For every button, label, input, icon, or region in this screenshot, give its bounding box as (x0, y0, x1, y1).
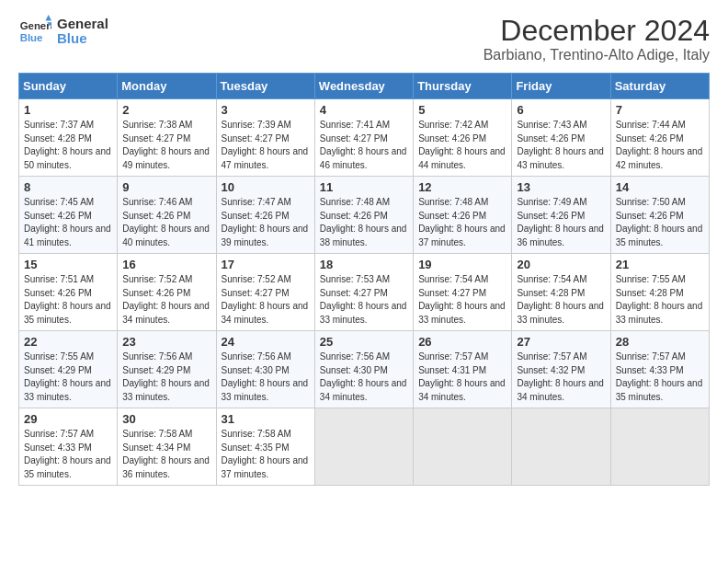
logo-general: General (57, 17, 108, 32)
table-row: 15 Sunrise: 7:51 AMSunset: 4:26 PMDaylig… (19, 254, 710, 331)
day-cell: 3 Sunrise: 7:39 AMSunset: 4:27 PMDayligh… (216, 99, 314, 177)
col-tuesday: Tuesday (216, 74, 314, 99)
day-cell: 5 Sunrise: 7:42 AMSunset: 4:26 PMDayligh… (414, 99, 512, 177)
day-number: 26 (418, 335, 506, 349)
day-cell: 25 Sunrise: 7:56 AMSunset: 4:30 PMDaylig… (314, 331, 413, 408)
svg-text:Blue: Blue (20, 32, 43, 43)
day-cell: 30 Sunrise: 7:58 AMSunset: 4:34 PMDaylig… (118, 408, 216, 486)
day-number: 5 (418, 103, 506, 117)
day-cell: 31 Sunrise: 7:58 AMSunset: 4:35 PMDaylig… (216, 408, 314, 486)
month-title: December 2024 (483, 15, 710, 47)
day-cell: 12 Sunrise: 7:48 AMSunset: 4:26 PMDaylig… (414, 177, 512, 254)
day-number: 27 (517, 335, 605, 349)
svg-text:General: General (20, 20, 51, 31)
day-info: Sunrise: 7:56 AMSunset: 4:30 PMDaylight:… (320, 350, 408, 404)
day-cell: 6 Sunrise: 7:43 AMSunset: 4:26 PMDayligh… (512, 99, 610, 177)
day-cell: 7 Sunrise: 7:44 AMSunset: 4:26 PMDayligh… (610, 99, 709, 177)
table-row: 29 Sunrise: 7:57 AMSunset: 4:33 PMDaylig… (19, 408, 710, 486)
day-cell: 10 Sunrise: 7:47 AMSunset: 4:26 PMDaylig… (216, 177, 314, 254)
day-number: 20 (517, 258, 605, 271)
day-info: Sunrise: 7:58 AMSunset: 4:35 PMDaylight:… (222, 428, 310, 481)
day-number: 7 (616, 103, 704, 117)
day-info: Sunrise: 7:50 AMSunset: 4:26 PMDaylight:… (616, 196, 704, 249)
day-cell: 22 Sunrise: 7:55 AMSunset: 4:29 PMDaylig… (19, 331, 118, 408)
day-number: 6 (517, 103, 605, 117)
day-number: 28 (616, 335, 704, 349)
day-number: 1 (24, 103, 112, 117)
col-saturday: Saturday (610, 74, 709, 99)
page: General Blue General Blue December 2024 … (0, 0, 728, 500)
day-info: Sunrise: 7:45 AMSunset: 4:26 PMDaylight:… (24, 196, 112, 249)
day-info: Sunrise: 7:57 AMSunset: 4:31 PMDaylight:… (418, 350, 506, 404)
day-cell: 20 Sunrise: 7:54 AMSunset: 4:28 PMDaylig… (512, 254, 610, 331)
day-cell: 15 Sunrise: 7:51 AMSunset: 4:26 PMDaylig… (19, 254, 118, 331)
day-number: 23 (122, 335, 210, 349)
day-cell: 2 Sunrise: 7:38 AMSunset: 4:27 PMDayligh… (118, 99, 216, 177)
day-number: 19 (418, 258, 506, 271)
day-info: Sunrise: 7:55 AMSunset: 4:29 PMDaylight:… (24, 350, 112, 404)
day-cell: 24 Sunrise: 7:56 AMSunset: 4:30 PMDaylig… (216, 331, 314, 408)
day-cell: 29 Sunrise: 7:57 AMSunset: 4:33 PMDaylig… (19, 408, 118, 486)
day-number: 12 (418, 180, 506, 194)
day-info: Sunrise: 7:56 AMSunset: 4:30 PMDaylight:… (222, 350, 310, 404)
day-number: 30 (122, 412, 210, 426)
day-info: Sunrise: 7:37 AMSunset: 4:28 PMDaylight:… (24, 119, 112, 172)
day-info: Sunrise: 7:48 AMSunset: 4:26 PMDaylight:… (320, 196, 408, 249)
location-title: Barbiano, Trentino-Alto Adige, Italy (483, 47, 710, 63)
day-cell: 26 Sunrise: 7:57 AMSunset: 4:31 PMDaylig… (414, 331, 512, 408)
day-number: 13 (517, 180, 605, 194)
day-cell: 11 Sunrise: 7:48 AMSunset: 4:26 PMDaylig… (314, 177, 413, 254)
day-number: 2 (122, 103, 210, 117)
day-number: 25 (320, 335, 408, 349)
day-info: Sunrise: 7:43 AMSunset: 4:26 PMDaylight:… (517, 119, 605, 172)
day-number: 31 (222, 412, 310, 426)
day-number: 11 (320, 180, 408, 194)
logo: General Blue General Blue (18, 15, 108, 48)
day-info: Sunrise: 7:54 AMSunset: 4:28 PMDaylight:… (517, 273, 605, 327)
title-block: December 2024 Barbiano, Trentino-Alto Ad… (483, 15, 710, 63)
day-info: Sunrise: 7:55 AMSunset: 4:28 PMDaylight:… (616, 273, 704, 327)
day-info: Sunrise: 7:57 AMSunset: 4:32 PMDaylight:… (517, 350, 605, 404)
day-cell-empty (512, 408, 610, 486)
day-info: Sunrise: 7:57 AMSunset: 4:33 PMDaylight:… (24, 428, 112, 481)
day-number: 17 (222, 258, 310, 271)
col-thursday: Thursday (414, 74, 512, 99)
day-info: Sunrise: 7:58 AMSunset: 4:34 PMDaylight:… (122, 428, 210, 481)
day-cell: 8 Sunrise: 7:45 AMSunset: 4:26 PMDayligh… (19, 177, 118, 254)
day-info: Sunrise: 7:39 AMSunset: 4:27 PMDaylight:… (222, 119, 310, 172)
day-info: Sunrise: 7:44 AMSunset: 4:26 PMDaylight:… (616, 119, 704, 172)
day-cell-empty (414, 408, 512, 486)
day-cell: 4 Sunrise: 7:41 AMSunset: 4:27 PMDayligh… (314, 99, 413, 177)
table-row: 1 Sunrise: 7:37 AMSunset: 4:28 PMDayligh… (19, 99, 710, 177)
day-cell: 18 Sunrise: 7:53 AMSunset: 4:27 PMDaylig… (314, 254, 413, 331)
day-number: 24 (222, 335, 310, 349)
table-row: 22 Sunrise: 7:55 AMSunset: 4:29 PMDaylig… (19, 331, 710, 408)
day-info: Sunrise: 7:41 AMSunset: 4:27 PMDaylight:… (320, 119, 408, 172)
day-info: Sunrise: 7:52 AMSunset: 4:26 PMDaylight:… (122, 273, 210, 327)
day-cell: 27 Sunrise: 7:57 AMSunset: 4:32 PMDaylig… (512, 331, 610, 408)
day-number: 14 (616, 180, 704, 194)
day-number: 18 (320, 258, 408, 271)
day-number: 10 (222, 180, 310, 194)
day-cell: 13 Sunrise: 7:49 AMSunset: 4:26 PMDaylig… (512, 177, 610, 254)
day-info: Sunrise: 7:47 AMSunset: 4:26 PMDaylight:… (222, 196, 310, 249)
day-cell: 19 Sunrise: 7:54 AMSunset: 4:27 PMDaylig… (414, 254, 512, 331)
day-number: 8 (24, 180, 112, 194)
col-sunday: Sunday (19, 74, 118, 99)
day-number: 22 (24, 335, 112, 349)
day-info: Sunrise: 7:49 AMSunset: 4:26 PMDaylight:… (517, 196, 605, 249)
day-info: Sunrise: 7:52 AMSunset: 4:27 PMDaylight:… (222, 273, 310, 327)
day-cell: 21 Sunrise: 7:55 AMSunset: 4:28 PMDaylig… (610, 254, 709, 331)
day-cell-empty (314, 408, 413, 486)
day-cell: 16 Sunrise: 7:52 AMSunset: 4:26 PMDaylig… (118, 254, 216, 331)
day-info: Sunrise: 7:46 AMSunset: 4:26 PMDaylight:… (122, 196, 210, 249)
day-cell: 14 Sunrise: 7:50 AMSunset: 4:26 PMDaylig… (610, 177, 709, 254)
calendar-header-row: Sunday Monday Tuesday Wednesday Thursday… (19, 74, 710, 99)
day-info: Sunrise: 7:53 AMSunset: 4:27 PMDaylight:… (320, 273, 408, 327)
day-info: Sunrise: 7:57 AMSunset: 4:33 PMDaylight:… (616, 350, 704, 404)
day-info: Sunrise: 7:38 AMSunset: 4:27 PMDaylight:… (122, 119, 210, 172)
day-cell: 28 Sunrise: 7:57 AMSunset: 4:33 PMDaylig… (610, 331, 709, 408)
day-number: 9 (122, 180, 210, 194)
day-number: 16 (122, 258, 210, 271)
col-wednesday: Wednesday (314, 74, 413, 99)
